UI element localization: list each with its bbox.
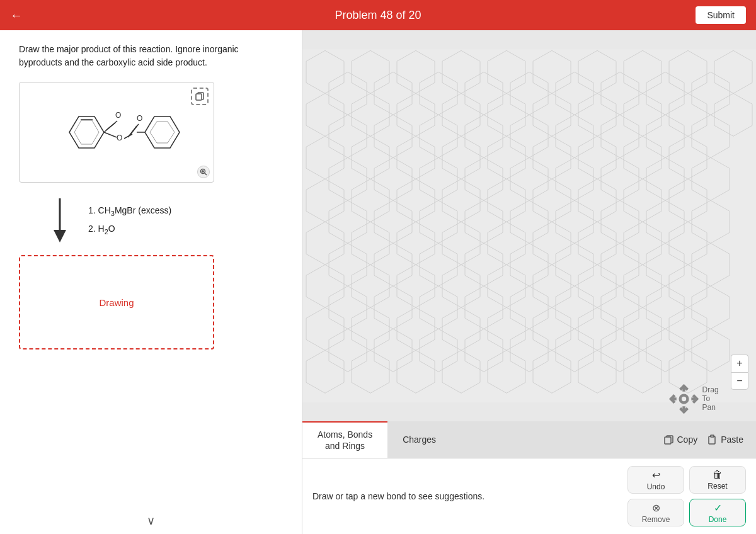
zoom-out-button[interactable]: −: [731, 372, 748, 390]
tab-atoms-bonds-rings[interactable]: Atoms, Bondsand Rings: [302, 421, 387, 458]
reagents-list: 1. CH3MgBr (excess) 2. H2O: [88, 205, 171, 236]
remove-icon: ⊗: [652, 502, 660, 514]
copy-paste-area: Copy Paste: [651, 421, 757, 458]
done-button[interactable]: ✓ Done: [689, 499, 746, 526]
svg-marker-3: [74, 120, 99, 144]
undo-label: Undo: [647, 482, 665, 491]
suggestion-text: Draw or tap a new bond to see suggestion…: [312, 491, 620, 501]
svg-rect-166: [711, 435, 714, 437]
paste-button[interactable]: Paste: [705, 429, 746, 450]
back-button[interactable]: ←: [10, 8, 23, 23]
actions-row: Draw or tap a new bond to see suggestion…: [302, 458, 756, 534]
svg-text:O: O: [117, 134, 122, 142]
molecule-diagram: O O O: [35, 88, 198, 176]
done-label: Done: [709, 515, 727, 524]
svg-line-5: [106, 121, 117, 130]
undo-button[interactable]: ↩ Undo: [627, 466, 684, 494]
remove-label: Remove: [642, 515, 670, 524]
reagent-1: 1. CH3MgBr (excess): [88, 205, 171, 217]
chevron-down-icon[interactable]: ∨: [147, 514, 155, 528]
reaction-arrow-section: 1. CH3MgBr (excess) 2. H2O: [44, 195, 283, 246]
zoom-in-button[interactable]: +: [731, 355, 748, 372]
svg-rect-165: [709, 436, 715, 444]
header: ← Problem 48 of 20 Submit: [0, 0, 756, 30]
done-icon: ✓: [714, 502, 722, 514]
hex-grid[interactable]: Drag To Pan + −: [302, 30, 756, 421]
svg-rect-16: [196, 94, 202, 100]
reagent-2: 2. H2O: [88, 224, 171, 236]
copy-icon: [664, 435, 674, 445]
submit-button[interactable]: Submit: [696, 6, 746, 24]
left-panel: Draw the major product of this reaction.…: [0, 30, 302, 534]
remove-button[interactable]: ⊗ Remove: [627, 499, 684, 526]
back-icon: ←: [10, 8, 23, 23]
svg-rect-25: [302, 49, 756, 402]
paste-icon: [707, 435, 718, 445]
svg-marker-22: [54, 230, 66, 242]
copy-label: Copy: [677, 435, 698, 445]
svg-rect-164: [665, 437, 671, 444]
copy-molecule-button[interactable]: [191, 88, 209, 105]
problem-title: Problem 48 of 20: [335, 9, 421, 22]
zoom-controls: + −: [731, 355, 748, 390]
svg-point-163: [680, 395, 687, 402]
down-arrow: [44, 195, 76, 246]
tab-charges[interactable]: Charges: [387, 421, 451, 458]
drag-to-pan-label: Drag To Pan: [669, 384, 725, 414]
action-buttons: ↩ Undo 🗑 Reset ⊗ Remove: [627, 466, 746, 526]
svg-line-10: [130, 124, 139, 135]
undo-icon: ↩: [652, 469, 660, 481]
paste-label: Paste: [721, 435, 743, 445]
drawing-area[interactable]: Drawing: [19, 255, 214, 349]
svg-text:O: O: [137, 114, 142, 123]
hex-grid-svg: [302, 30, 756, 421]
drag-icon: [669, 384, 699, 414]
svg-line-15: [124, 134, 132, 139]
problem-text: Draw the major product of this reaction.…: [19, 43, 283, 69]
svg-line-7: [104, 132, 117, 137]
bottom-toolbar: Atoms, Bondsand Rings Charges Copy: [302, 421, 756, 534]
svg-text:O: O: [115, 111, 121, 120]
drawing-label: Drawing: [99, 297, 134, 308]
right-panel: Drag To Pan + − Atoms, Bondsand Rings Ch…: [302, 30, 756, 534]
tabs-row: Atoms, Bondsand Rings Charges Copy: [302, 421, 756, 458]
main-content: Draw the major product of this reaction.…: [0, 30, 756, 534]
svg-line-18: [205, 173, 207, 176]
reset-button[interactable]: 🗑 Reset: [689, 466, 746, 494]
molecule-box: O O O: [19, 82, 214, 183]
zoom-molecule-icon[interactable]: [197, 166, 210, 178]
svg-marker-14: [150, 122, 175, 143]
reset-icon: 🗑: [713, 469, 723, 480]
reset-label: Reset: [707, 482, 727, 491]
copy-button[interactable]: Copy: [662, 429, 701, 450]
